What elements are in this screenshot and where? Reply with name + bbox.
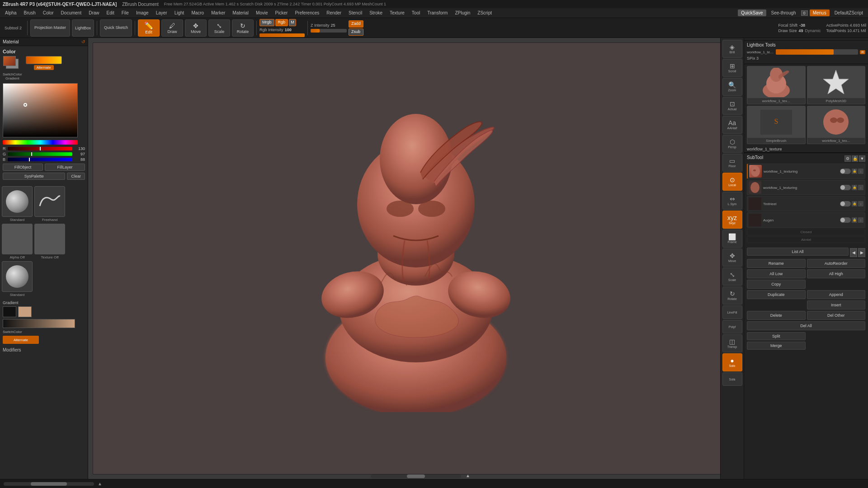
rename-btn[interactable]: Rename [747, 259, 806, 268]
list-all-btn[interactable]: List All [747, 248, 849, 256]
menu-transform[interactable]: Transform [424, 9, 451, 16]
solo-btn[interactable]: ● Solo [722, 353, 742, 371]
merge-btn[interactable]: Merge [747, 342, 806, 350]
st-icon-0[interactable]: 🔒 [852, 169, 857, 174]
menu-brush[interactable]: Brush [21, 9, 39, 16]
subtool-item-1[interactable]: workflow_1_texturing 🔒 ↕ [747, 180, 865, 195]
material-refresh-icon[interactable]: ↺ [81, 39, 85, 44]
brush-standard-preview[interactable] [2, 186, 33, 217]
h-scrollbar-thumb[interactable] [407, 474, 425, 478]
default-zscript-btn[interactable]: DefaultZScript [831, 9, 866, 16]
quick-sketch-btn[interactable]: Quick Sketch [100, 19, 132, 37]
linefill-btn[interactable]: LineFill [722, 305, 742, 319]
scroll-btn[interactable]: ⊞ Scroll [722, 59, 742, 77]
rotate-strip-btn[interactable]: ↻ Rotate [722, 286, 742, 305]
subtool-item-2[interactable]: TintHeel 🔒 ↕ [747, 196, 865, 211]
canvas-area[interactable]: ▲ [88, 38, 744, 479]
scale-btn[interactable]: ⤡ Scale [208, 19, 230, 37]
menu-draw[interactable]: Draw [85, 9, 102, 16]
subtool-settings-icon[interactable]: ⚙ [844, 155, 851, 162]
thumb-simplebrush[interactable]: S SimpleBrush [747, 106, 806, 144]
alternate-swatch[interactable] [26, 56, 62, 64]
move-btn[interactable]: ✥ Move [185, 19, 207, 37]
local-btn[interactable]: ⊙ Local [722, 173, 742, 191]
rotate-btn[interactable]: ↻ Rotate [232, 19, 254, 37]
menu-marker[interactable]: Marker [208, 9, 228, 16]
transp-btn[interactable]: ◫ Transp [722, 334, 742, 352]
persp-btn[interactable]: ⬡ Persp [722, 135, 742, 153]
fg-color-swatch[interactable] [3, 56, 16, 66]
autoreorder-btn[interactable]: AutoReorder [807, 259, 866, 268]
edit-btn[interactable]: ✏️ Edit [138, 19, 160, 37]
st-icon-7[interactable]: ↕ [858, 217, 863, 223]
menu-zscript[interactable]: ZScript [474, 9, 495, 16]
sola-btn[interactable]: Sola [722, 372, 742, 386]
subtool-item-3[interactable]: Augen 🔒 ↕ [747, 212, 865, 228]
subtool-item-0[interactable]: workflow_1_texturing 🔒 ↕ [747, 164, 865, 179]
menu-light[interactable]: Light [171, 9, 188, 16]
sys-palette-btn[interactable]: SysPalette [3, 173, 65, 180]
status-slider-thumb[interactable] [31, 482, 67, 486]
lightbox-btn[interactable]: LightBox [72, 19, 94, 37]
all-high-btn[interactable]: All High [807, 269, 866, 278]
subtool-lock-icon[interactable]: 🔒 [852, 155, 858, 162]
split-btn[interactable]: Split [747, 332, 806, 340]
sxyz-btn[interactable]: xyz Sxyz [722, 211, 742, 229]
st-icon-4[interactable]: 🔒 [852, 201, 857, 206]
eye-toggle-2[interactable] [840, 201, 851, 206]
menu-file[interactable]: File [118, 9, 132, 16]
thumb-workflow1[interactable]: workflow_1_tex... [747, 66, 806, 104]
scale-strip-btn[interactable]: ⤡ Scale [722, 267, 742, 286]
fill-layer-btn[interactable]: FillLayer [45, 164, 85, 171]
zadd-btn[interactable]: Zadd [349, 20, 363, 28]
delete-btn[interactable]: Delete [747, 311, 806, 320]
append-btn[interactable]: Append [807, 290, 866, 299]
eye-toggle-1[interactable] [840, 185, 851, 190]
floor-btn[interactable]: ▭ Floor [722, 154, 742, 172]
r-slider[interactable] [8, 147, 72, 150]
polyf-btn[interactable]: Polyf [722, 320, 742, 333]
quicksave-btn[interactable]: QuickSave [738, 9, 766, 16]
st-icon-2[interactable]: 🔒 [852, 185, 857, 190]
copy-btn[interactable]: Copy [747, 280, 806, 289]
workflow-slider-track[interactable] [776, 49, 858, 55]
menu-picker[interactable]: Picker [272, 9, 291, 16]
hue-bar[interactable] [3, 140, 78, 145]
projection-master-btn[interactable]: Projection Master [30, 19, 70, 37]
duplicate2-btn[interactable]: Duplicate [747, 290, 806, 299]
brush-freehand-preview[interactable] [34, 186, 65, 217]
menu-movie[interactable]: Movie [253, 9, 271, 16]
st-icon-5[interactable]: ↕ [858, 201, 863, 206]
menu-image[interactable]: Image [133, 9, 152, 16]
brill-btn[interactable]: ◈ Brill [722, 40, 742, 58]
g-slider[interactable] [8, 152, 72, 156]
eye-toggle-3[interactable] [840, 217, 851, 223]
thumb-workflow2[interactable]: workflow_1_tex... [807, 106, 866, 144]
move-strip-btn[interactable]: ✥ Move [722, 249, 742, 267]
menu-macro[interactable]: Macro [188, 9, 207, 16]
grad-black-swatch[interactable] [3, 306, 16, 317]
zsub-btn[interactable]: Zsub [349, 28, 363, 36]
menu-edit[interactable]: Edit [104, 9, 118, 16]
frame-btn[interactable]: ⬜ Frame [722, 230, 742, 248]
menu-alpha[interactable]: Alpha [2, 9, 20, 16]
menu-stroke[interactable]: Stroke [366, 9, 386, 16]
all-low-btn[interactable]: All Low [747, 269, 806, 278]
b-slider[interactable] [8, 158, 72, 161]
zoom-btn[interactable]: 🔍 Zoom [722, 78, 742, 96]
menus-btn[interactable]: Menus [810, 9, 830, 16]
status-slider[interactable] [4, 482, 94, 486]
st-icon-1[interactable]: ↕ [858, 169, 863, 174]
draw-btn[interactable]: 🖊 Draw [161, 19, 183, 37]
menu-stencil[interactable]: Stencil [345, 9, 365, 16]
clear-btn[interactable]: Clear [67, 173, 85, 180]
fill-object-btn[interactable]: FillObject [3, 164, 43, 171]
mrgb-btn[interactable]: Mrgb [259, 19, 274, 26]
st-icon-3[interactable]: ↕ [858, 185, 863, 190]
list-up-icon[interactable]: ◀ [850, 248, 857, 257]
brush-texture-preview[interactable] [34, 224, 65, 254]
actual-btn[interactable]: ⊡ Actual [722, 97, 742, 115]
grad-tan-swatch[interactable] [18, 306, 32, 317]
brush-alpha-preview[interactable] [2, 224, 33, 254]
menu-document[interactable]: Document [58, 9, 85, 16]
